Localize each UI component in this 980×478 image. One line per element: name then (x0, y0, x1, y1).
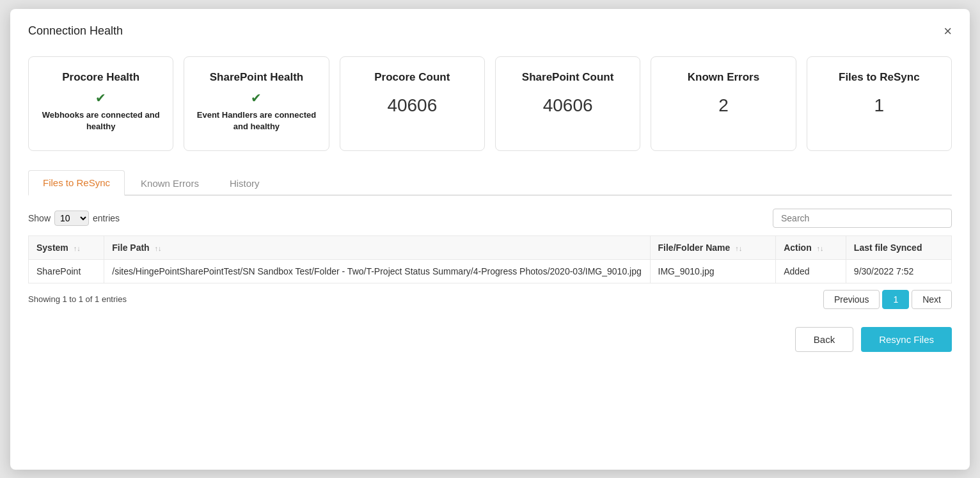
sort-action-icon: ↑↓ (817, 244, 824, 252)
tabs-row: Files to ReSync Known Errors History (28, 169, 952, 196)
showing-text: Showing 1 to 1 of 1 entries (28, 294, 127, 304)
previous-button[interactable]: Previous (823, 290, 880, 309)
table-row: SharePoint /sites/HingePointSharePointTe… (29, 259, 952, 283)
table-scroll-wrapper: System ↑↓ File Path ↑↓ File/Folder Name … (28, 235, 952, 283)
back-button[interactable]: Back (795, 327, 853, 352)
col-file-folder-name[interactable]: File/Folder Name ↑↓ (650, 235, 776, 259)
procore-health-check-icon: ✔ (95, 90, 106, 106)
col-action[interactable]: Action ↑↓ (776, 235, 846, 259)
modal-footer: Back Resync Files (28, 327, 952, 352)
search-input[interactable] (773, 209, 952, 228)
cell-system: SharePoint (29, 259, 104, 283)
cell-action: Added (776, 259, 846, 283)
procore-count-card: Procore Count 40606 (340, 56, 485, 151)
connection-health-modal: Connection Health × Procore Health ✔ Web… (10, 9, 970, 470)
cell-file-folder-name: IMG_9010.jpg (650, 259, 776, 283)
cards-row: Procore Health ✔ Webhooks are connected … (28, 56, 952, 151)
page-1-button[interactable]: 1 (882, 290, 909, 309)
sharepoint-health-check-icon: ✔ (251, 90, 262, 106)
procore-health-sub: Webhooks are connected and healthy (39, 109, 162, 132)
files-to-resync-value: 1 (874, 95, 885, 116)
tab-known-errors[interactable]: Known Errors (126, 170, 214, 196)
sharepoint-health-card: SharePoint Health ✔ Event Handlers are c… (184, 56, 329, 151)
files-table: System ↑↓ File Path ↑↓ File/Folder Name … (28, 235, 952, 283)
table-header-row: System ↑↓ File Path ↑↓ File/Folder Name … (29, 235, 952, 259)
resync-files-button[interactable]: Resync Files (861, 327, 952, 352)
procore-count-value: 40606 (387, 95, 437, 116)
modal-header: Connection Health × (28, 24, 952, 38)
sharepoint-count-card: SharePoint Count 40606 (495, 56, 640, 151)
table-footer: Showing 1 to 1 of 1 entries Previous 1 N… (28, 290, 952, 309)
known-errors-value: 2 (718, 95, 729, 116)
close-button[interactable]: × (944, 24, 952, 38)
files-to-resync-title: Files to ReSync (839, 71, 920, 84)
entries-label: entries (93, 213, 120, 223)
sort-file-path-icon: ↑↓ (155, 244, 162, 252)
known-errors-title: Known Errors (688, 71, 759, 84)
sharepoint-count-value: 40606 (543, 95, 593, 116)
files-to-resync-card: Files to ReSync 1 (807, 56, 952, 151)
sort-system-icon: ↑↓ (74, 244, 81, 252)
cell-file-path: /sites/HingePointSharePointTest/SN Sandb… (104, 259, 650, 283)
procore-health-card: Procore Health ✔ Webhooks are connected … (28, 56, 173, 151)
col-last-file-synced: Last file Synced (846, 235, 951, 259)
entries-select[interactable]: 10 25 50 100 (54, 211, 89, 226)
modal-title: Connection Health (28, 24, 123, 38)
col-file-path[interactable]: File Path ↑↓ (104, 235, 650, 259)
sharepoint-health-title: SharePoint Health (210, 71, 303, 84)
pagination: Previous 1 Next (823, 290, 952, 309)
tab-files-to-resync[interactable]: Files to ReSync (28, 170, 125, 196)
sharepoint-health-sub: Event Handlers are connected and healthy (194, 109, 318, 132)
procore-count-title: Procore Count (374, 71, 450, 84)
cell-last-file-synced: 9/30/2022 7:52 (846, 259, 951, 283)
procore-health-title: Procore Health (62, 71, 139, 84)
show-label: Show (28, 213, 51, 223)
col-system[interactable]: System ↑↓ (29, 235, 104, 259)
known-errors-card: Known Errors 2 (651, 56, 796, 151)
sharepoint-count-title: SharePoint Count (522, 71, 614, 84)
show-entries-control: Show 10 25 50 100 entries (28, 211, 120, 226)
sort-file-folder-icon: ↑↓ (735, 244, 742, 252)
tab-history[interactable]: History (215, 170, 274, 196)
next-button[interactable]: Next (912, 290, 952, 309)
table-controls: Show 10 25 50 100 entries (28, 209, 952, 228)
